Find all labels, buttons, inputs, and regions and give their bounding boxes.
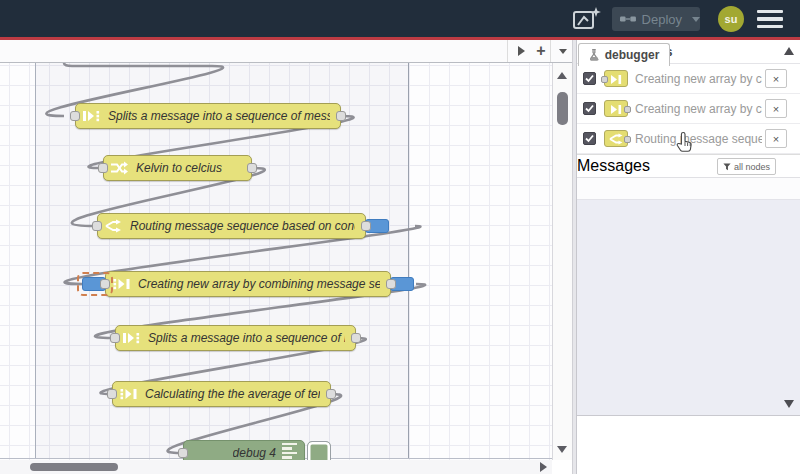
node-label: Splits a message into a sequence of mess…	[148, 331, 345, 345]
node-change-kelvin[interactable]: Kelvin to celcius	[103, 155, 252, 181]
node-label: Calculating the the average of temperatu…	[145, 387, 320, 401]
input-port[interactable]	[100, 279, 110, 289]
tab-list-button[interactable]	[552, 40, 574, 62]
check-icon	[584, 133, 595, 144]
output-port[interactable]	[336, 111, 346, 121]
input-port[interactable]	[110, 333, 120, 343]
deploy-caret-icon[interactable]	[692, 17, 700, 22]
breakpoint-checkbox[interactable]	[583, 102, 596, 115]
scroll-down-icon[interactable]	[557, 446, 567, 453]
close-icon: ×	[773, 103, 779, 115]
change-icon	[111, 161, 128, 175]
debug-enable-toggle[interactable]	[307, 441, 331, 460]
breakpoint-checkbox[interactable]	[583, 132, 596, 145]
output-port[interactable]	[386, 279, 396, 289]
breakpoint-node-icon	[604, 100, 628, 117]
breakpoint-node-icon	[604, 130, 628, 147]
output-port-icon	[624, 106, 631, 113]
vertical-scroll-thumb[interactable]	[557, 92, 568, 125]
node-debug-4[interactable]: debug 4	[183, 440, 305, 460]
input-port[interactable]	[107, 389, 117, 399]
scroll-right-icon	[518, 46, 525, 56]
input-port[interactable]	[92, 221, 102, 231]
join-icon	[120, 387, 137, 401]
sidebar: debugger i	[577, 40, 800, 474]
breakpoint-label: Creating new array by combining message …	[635, 72, 762, 86]
node-split-2[interactable]: Splits a message into a sequence of mess…	[115, 325, 356, 351]
input-port[interactable]	[178, 448, 188, 458]
deploy-node-icon	[620, 13, 638, 25]
tab-label: debugger	[605, 48, 660, 62]
split-icon	[123, 331, 140, 345]
tab-scroll-right-button[interactable]	[510, 40, 532, 62]
debug-list-icon	[282, 443, 300, 460]
node-red-window: Deploy su + S	[0, 0, 800, 474]
tabbar-separator	[507, 40, 508, 62]
messages-filter-button[interactable]: all nodes	[717, 158, 776, 175]
canvas-horizontal-scrollbar[interactable]	[0, 460, 552, 474]
check-icon	[584, 73, 595, 84]
breakpoint-label: Routing message sequence based on condit…	[635, 132, 762, 146]
canvas-vertical-scrollbar[interactable]	[552, 63, 572, 460]
join-icon	[113, 277, 130, 291]
output-port[interactable]	[361, 221, 371, 231]
deploy-button[interactable]: Deploy	[612, 7, 700, 31]
breakpoint-row[interactable]: Creating new array by combining message …	[577, 64, 800, 94]
workspace-tab-bar: +	[0, 40, 572, 63]
output-port[interactable]	[247, 163, 257, 173]
hand-cursor	[676, 131, 696, 155]
input-port[interactable]	[98, 163, 108, 173]
messages-empty-list	[577, 178, 800, 200]
node-label: Splits a message into a sequence of mess…	[108, 109, 330, 123]
switch-icon	[609, 132, 624, 147]
node-label: debug 4	[233, 446, 276, 460]
node-label: Routing message sequence based on condit…	[130, 219, 355, 233]
output-port-icon	[624, 136, 631, 143]
avatar[interactable]: su	[718, 6, 744, 32]
node-split-1[interactable]: Splits a message into a sequence of mess…	[75, 103, 341, 129]
remove-breakpoint-button[interactable]: ×	[765, 129, 787, 148]
breakpoint-label: Creating new array by combining message …	[635, 102, 762, 116]
filter-icon	[723, 163, 731, 171]
node-label: Kelvin to celcius	[136, 161, 222, 175]
join-icon	[610, 102, 625, 117]
add-flow-button[interactable]: +	[530, 40, 552, 62]
deploy-label: Deploy	[642, 12, 682, 27]
breakpoint-row[interactable]: Creating new array by combining message …	[577, 94, 800, 124]
switch-icon	[105, 219, 122, 233]
messages-section-header[interactable]: Messages all nodes	[577, 154, 800, 178]
messages-title: Messages	[577, 157, 650, 175]
tabbar-separator	[550, 40, 551, 62]
tab-debugger[interactable]: debugger	[578, 43, 670, 66]
scroll-up-icon[interactable]	[557, 72, 567, 79]
export-image-icon[interactable]	[570, 6, 602, 32]
node-switch-routing[interactable]: Routing message sequence based on condit…	[97, 213, 366, 239]
main-menu-icon[interactable]	[757, 10, 783, 28]
filter-label: all nodes	[734, 162, 770, 172]
chevron-down-icon	[559, 49, 567, 54]
output-port[interactable]	[326, 389, 336, 399]
close-icon: ×	[773, 73, 779, 85]
plus-icon: +	[536, 42, 545, 60]
remove-breakpoint-button[interactable]: ×	[765, 99, 787, 118]
node-join-average[interactable]: Calculating the the average of temperatu…	[112, 381, 331, 407]
split-icon	[83, 109, 100, 123]
input-port[interactable]	[70, 111, 80, 121]
flask-icon	[589, 49, 600, 62]
remove-breakpoint-button[interactable]: ×	[765, 69, 787, 88]
sidebar-scroll-up-icon[interactable]	[784, 47, 794, 55]
breakpoint-node-icon	[604, 70, 628, 87]
breakpoint-checkbox[interactable]	[583, 72, 596, 85]
sidebar-scroll-down-icon[interactable]	[784, 400, 794, 408]
close-icon: ×	[773, 133, 779, 145]
flow-canvas[interactable]: Splits a message into a sequence of mess…	[0, 63, 552, 460]
scroll-right-icon[interactable]	[540, 462, 547, 472]
horizontal-scroll-thumb[interactable]	[30, 463, 118, 471]
output-port[interactable]	[351, 333, 361, 343]
input-port-icon	[601, 76, 608, 83]
node-join-creating-array[interactable]: Creating new array by combining message …	[105, 271, 391, 297]
app-header: Deploy su	[0, 0, 800, 37]
join-icon	[610, 72, 625, 87]
node-label: Creating new array by combining message …	[138, 277, 380, 291]
sidebar-footer	[577, 200, 800, 416]
